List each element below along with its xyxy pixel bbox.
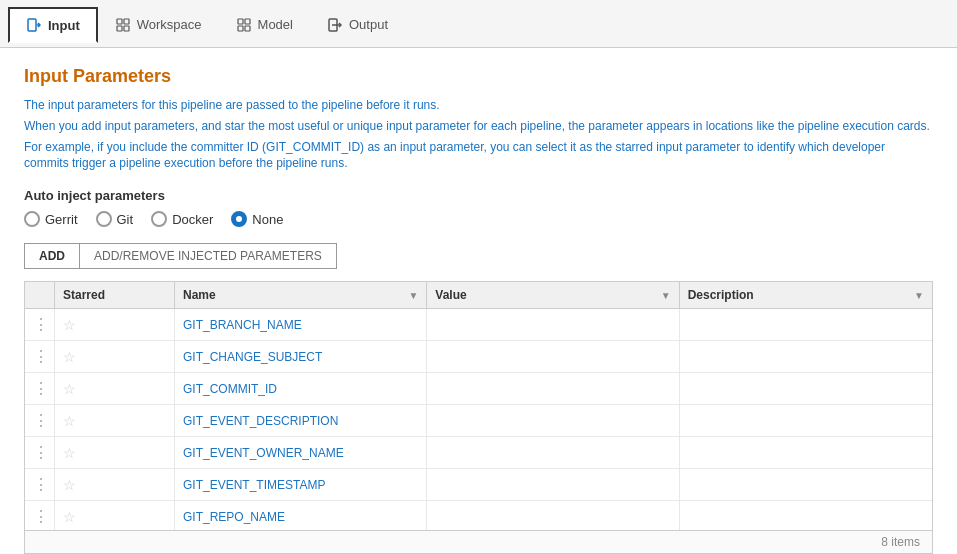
svg-rect-4 [117,26,122,31]
tab-model-label: Model [258,17,293,32]
param-name[interactable]: GIT_EVENT_OWNER_NAME [175,437,427,468]
add-remove-injected-button[interactable]: ADD/REMOVE INJECTED PARAMETERS [80,243,337,269]
th-description: Description ▼ [680,282,932,308]
th-starred-label: Starred [63,288,105,302]
th-starred: Starred [55,282,175,308]
param-name[interactable]: GIT_CHANGE_SUBJECT [175,341,427,372]
tab-workspace[interactable]: Workspace [98,7,219,43]
parameters-table: Starred Name ▼ Value ▼ Description ▼ ⋮ ☆… [24,281,933,554]
svg-rect-8 [238,26,243,31]
svg-rect-7 [245,19,250,24]
star-toggle[interactable]: ☆ [55,437,175,468]
table-row: ⋮ ☆ GIT_REPO_NAME [25,501,932,530]
tab-workspace-label: Workspace [137,17,202,32]
param-name[interactable]: GIT_EVENT_DESCRIPTION [175,405,427,436]
th-description-label: Description [688,288,754,302]
radio-docker[interactable]: Docker [151,211,213,227]
th-value-label: Value [435,288,466,302]
tab-input-label: Input [48,18,80,33]
svg-rect-3 [124,19,129,24]
drag-handle[interactable]: ⋮ [25,373,55,404]
drag-handle[interactable]: ⋮ [25,405,55,436]
table-row: ⋮ ☆ GIT_EVENT_TIMESTAMP [25,469,932,501]
page-title: Input Parameters [24,66,933,87]
model-icon [236,17,252,33]
table-header: Starred Name ▼ Value ▼ Description ▼ [25,282,932,309]
svg-rect-9 [245,26,250,31]
star-toggle[interactable]: ☆ [55,341,175,372]
radio-none-circle [231,211,247,227]
param-value [427,501,679,530]
param-description [680,469,932,500]
star-toggle[interactable]: ☆ [55,469,175,500]
drag-handle[interactable]: ⋮ [25,501,55,530]
auto-inject-label: Auto inject parameters [24,188,933,203]
table-row: ⋮ ☆ GIT_EVENT_OWNER_NAME [25,437,932,469]
param-description [680,501,932,530]
param-description [680,309,932,340]
description-1: The input parameters for this pipeline a… [24,97,933,114]
svg-rect-0 [28,19,36,31]
radio-git-circle [96,211,112,227]
table-body: ⋮ ☆ GIT_BRANCH_NAME ⋮ ☆ GIT_CHANGE_SUBJE… [25,309,932,530]
param-value [427,373,679,404]
radio-group: Gerrit Git Docker None [24,211,933,227]
param-description [680,373,932,404]
param-value [427,341,679,372]
th-value: Value ▼ [427,282,679,308]
th-drag [25,282,55,308]
star-toggle[interactable]: ☆ [55,373,175,404]
param-value [427,469,679,500]
th-name: Name ▼ [175,282,427,308]
drag-handle[interactable]: ⋮ [25,469,55,500]
workspace-icon [115,17,131,33]
table-row: ⋮ ☆ GIT_BRANCH_NAME [25,309,932,341]
tab-output[interactable]: Output [310,7,405,43]
table-row: ⋮ ☆ GIT_COMMIT_ID [25,373,932,405]
description-2: When you add input parameters, and star … [24,118,933,135]
tab-input[interactable]: Input [8,7,98,43]
param-value [427,437,679,468]
table-row: ⋮ ☆ GIT_CHANGE_SUBJECT [25,341,932,373]
sort-description-icon[interactable]: ▼ [914,290,924,301]
tab-model[interactable]: Model [219,7,310,43]
drag-handle[interactable]: ⋮ [25,437,55,468]
param-name[interactable]: GIT_EVENT_TIMESTAMP [175,469,427,500]
radio-docker-circle [151,211,167,227]
table-footer: 8 items [25,530,932,553]
param-description [680,341,932,372]
tab-output-label: Output [349,17,388,32]
radio-none[interactable]: None [231,211,283,227]
svg-rect-2 [117,19,122,24]
title-suffix: Parameters [68,66,171,86]
sort-name-icon[interactable]: ▼ [408,290,418,301]
svg-rect-6 [238,19,243,24]
tab-bar: Input Workspace Model [0,0,957,48]
table-row: ⋮ ☆ GIT_EVENT_DESCRIPTION [25,405,932,437]
radio-gerrit-label: Gerrit [45,212,78,227]
param-description [680,437,932,468]
radio-gerrit[interactable]: Gerrit [24,211,78,227]
svg-rect-5 [124,26,129,31]
description-3: For example, if you include the committe… [24,139,933,173]
drag-handle[interactable]: ⋮ [25,309,55,340]
star-toggle[interactable]: ☆ [55,501,175,530]
radio-none-label: None [252,212,283,227]
star-toggle[interactable]: ☆ [55,405,175,436]
param-name[interactable]: GIT_REPO_NAME [175,501,427,530]
sort-value-icon[interactable]: ▼ [661,290,671,301]
param-name[interactable]: GIT_COMMIT_ID [175,373,427,404]
star-toggle[interactable]: ☆ [55,309,175,340]
add-button[interactable]: ADD [24,243,80,269]
main-content: Input Parameters The input parameters fo… [0,48,957,554]
button-row: ADD ADD/REMOVE INJECTED PARAMETERS [24,243,933,269]
radio-docker-label: Docker [172,212,213,227]
title-prefix: Input [24,66,68,86]
param-name[interactable]: GIT_BRANCH_NAME [175,309,427,340]
param-value [427,405,679,436]
radio-git[interactable]: Git [96,211,134,227]
input-icon [26,17,42,33]
param-value [427,309,679,340]
output-icon [327,17,343,33]
drag-handle[interactable]: ⋮ [25,341,55,372]
